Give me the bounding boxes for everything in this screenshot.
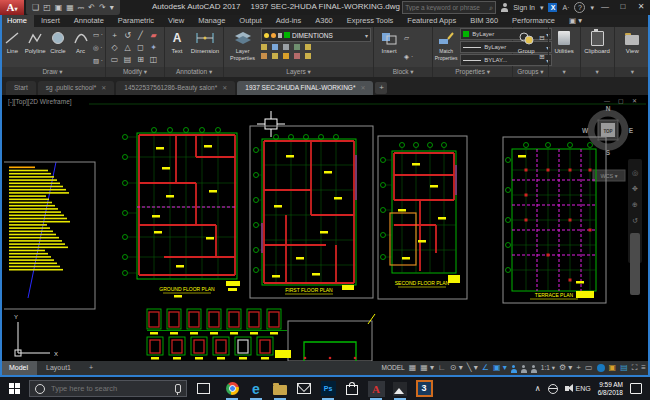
viewcube-south[interactable]: S	[606, 149, 611, 156]
viewcube-west[interactable]: W	[582, 127, 589, 134]
viewport-minimize-icon[interactable]: —	[604, 98, 610, 104]
viewcube-top-face[interactable]: TOP	[603, 129, 612, 134]
annotation-panel-label[interactable]: Annotation ▾	[165, 67, 223, 77]
add-layout-button[interactable]: +	[80, 361, 102, 375]
layer-prev-icon[interactable]	[272, 53, 278, 59]
layer-dropdown[interactable]: DIMENTIONS ▾	[261, 28, 371, 42]
group-edit-icon[interactable]: ⊞	[539, 53, 544, 61]
filetab-public-school[interactable]: sg ,public school*✕	[38, 81, 115, 95]
steering-wheel-icon[interactable]: ◎	[632, 169, 638, 176]
rectangle-icon[interactable]: ▭ ·	[93, 31, 103, 39]
graphics-icon[interactable]: ▤	[620, 361, 628, 375]
new-icon[interactable]: ❏	[32, 3, 39, 13]
modify-panel-label[interactable]: Modify ▾	[106, 67, 164, 77]
isodraft-icon[interactable]: ╲ ▾	[467, 361, 478, 375]
taskbar-file-explorer[interactable]	[268, 377, 292, 400]
tab-view[interactable]: View	[161, 15, 191, 27]
filetab-1937-sec2huda[interactable]: 1937 SEC-2HUDA FINAL-WORKING*✕	[237, 81, 373, 95]
tab-annotate[interactable]: Annotate	[67, 15, 111, 27]
layer-unsaved-icon[interactable]	[261, 53, 267, 59]
annotation-monitor-icon[interactable]: +	[576, 361, 581, 375]
workspace-gear-icon[interactable]: ⚙ ▾	[559, 361, 572, 375]
help-dropdown-icon[interactable]: ▾	[590, 4, 594, 12]
annotation-scale-button[interactable]: 1:1 ▾	[541, 361, 555, 375]
viewport-controls-label[interactable]: [-][Top][2D Wireframe]	[8, 98, 72, 106]
zoom-icon[interactable]: ⊕	[632, 201, 638, 208]
model-tab[interactable]: Model	[0, 361, 37, 375]
explode-icon[interactable]: ✦	[147, 42, 160, 54]
utilities-button[interactable]: Utilities	[551, 28, 578, 67]
ortho-icon[interactable]: ∟	[438, 361, 446, 375]
view-button[interactable]: View	[617, 28, 647, 67]
mirror-icon[interactable]: △	[121, 42, 134, 54]
tab-manage[interactable]: Manage	[191, 15, 232, 27]
snap-icon[interactable]: ▦ ▾	[420, 361, 434, 375]
layer-lock-tool-icon[interactable]	[294, 44, 300, 50]
navbar-scroll-thumb[interactable]	[630, 233, 640, 295]
redo-icon[interactable]: ↷	[99, 3, 106, 13]
layer-off-icon[interactable]	[261, 44, 267, 50]
model-space-badge[interactable]: MODEL	[382, 361, 405, 375]
tab-parametric[interactable]: Parametric	[111, 15, 161, 27]
keyword-search-input[interactable]	[403, 4, 487, 11]
viewport-close-icon[interactable]: ✕	[632, 98, 637, 104]
array-icon[interactable]: ⊞	[134, 54, 147, 66]
taskbar-store[interactable]	[340, 377, 364, 400]
new-drawing-tab-button[interactable]: +	[375, 82, 387, 94]
dimension-button[interactable]: Dimension	[189, 28, 221, 67]
start-button[interactable]	[0, 377, 29, 400]
layer-merge-icon[interactable]	[305, 53, 311, 59]
navigation-bar[interactable]: ◎ ✥ ⊕ ↺	[628, 159, 642, 295]
layer-freeze-icon[interactable]	[283, 44, 289, 50]
tab-a360[interactable]: A360	[308, 15, 340, 27]
microphone-icon[interactable]	[175, 384, 181, 393]
layout1-tab[interactable]: Layout1	[37, 361, 80, 375]
polyline-button[interactable]: Polyline	[25, 28, 46, 67]
tab-express-tools[interactable]: Express Tools	[340, 15, 401, 27]
viewcube-east[interactable]: E	[629, 127, 634, 134]
customization-menu-icon[interactable]: ≡	[641, 361, 646, 375]
layer-properties-button[interactable]: Layer Properties	[226, 28, 259, 67]
taskbar-photoshop[interactable]: Ps	[316, 377, 340, 400]
draw-panel-label[interactable]: Draw ▾	[0, 67, 105, 77]
tab-performance[interactable]: Performance	[505, 15, 562, 27]
plan-3[interactable]: SECOND FLOOR PLAN	[378, 136, 467, 299]
taskbar-mail[interactable]	[292, 377, 316, 400]
tab-output[interactable]: Output	[232, 15, 269, 27]
drawing-canvas[interactable]: [-][Top][2D Wireframe] — ▢ ✕ TOP N S W E	[4, 95, 646, 361]
insert-button[interactable]: Insert	[376, 28, 402, 67]
plot-icon[interactable]: ⎓	[78, 3, 84, 13]
properties-panel-label[interactable]: Properties ▾	[433, 67, 512, 77]
annotation-autoscale-icon[interactable]	[521, 365, 527, 374]
viewport-restore-icon[interactable]: ▢	[618, 98, 624, 104]
trim-icon[interactable]: ╱	[134, 30, 147, 42]
grid-icon[interactable]: ▦	[409, 361, 417, 375]
line-button[interactable]: Line	[2, 28, 23, 67]
clean-screen-icon[interactable]: ⛶	[632, 361, 638, 375]
rotate-icon[interactable]: ↺	[121, 30, 134, 42]
filetab-start[interactable]: Start	[6, 81, 36, 95]
hatch-icon[interactable]: ▨ ·	[93, 57, 103, 65]
tab-featured-apps[interactable]: Featured Apps	[400, 15, 463, 27]
text-button[interactable]: A Text	[167, 28, 187, 67]
tab-insert[interactable]: Insert	[34, 15, 67, 27]
viewcube-north[interactable]: N	[606, 105, 611, 112]
orbit-icon[interactable]: ↺	[632, 217, 638, 224]
annotation-people-icon[interactable]	[531, 365, 537, 374]
osnap-icon[interactable]: ▣ ▾	[493, 361, 507, 375]
record-icon[interactable]: ▣ ▾	[562, 15, 589, 27]
edit-block-icon[interactable]: ◈ ·	[404, 53, 413, 61]
language-indicator[interactable]: ENG	[576, 385, 591, 392]
groups-panel-label[interactable]: Groups ▾	[513, 67, 547, 77]
action-center-icon[interactable]	[630, 383, 642, 394]
polar-tracking-icon[interactable]: ⊙ ▾	[450, 361, 463, 375]
fillet-icon[interactable]: ◻	[134, 42, 147, 54]
clock[interactable]: 9:59 AM 6/8/2018	[598, 381, 623, 397]
exchange-apps-icon[interactable]: X	[548, 3, 557, 12]
tab-bim360[interactable]: BIM 360	[463, 15, 505, 27]
pan-icon[interactable]: ✥	[632, 185, 638, 192]
move-icon[interactable]: +	[108, 30, 121, 42]
minimize-button[interactable]: —	[596, 0, 614, 14]
layer-walk-icon[interactable]	[283, 53, 289, 59]
erase-icon[interactable]: ▰	[147, 30, 160, 42]
